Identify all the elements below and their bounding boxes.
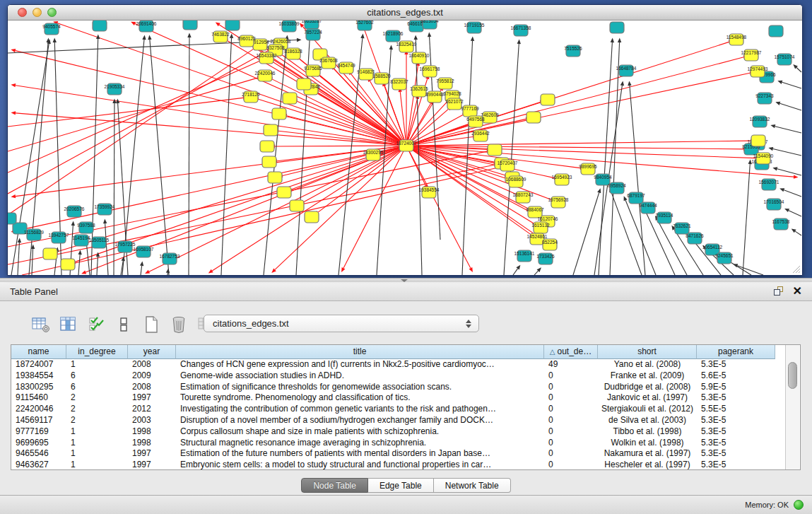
table-settings-icon[interactable] [31,315,51,334]
network-node[interactable]: 2718120 [242,91,260,103]
network-node[interactable] [283,93,297,104]
network-node[interactable]: 9777169 [461,105,479,117]
network-node[interactable]: 6879197 [627,192,645,204]
network-node[interactable]: 20206576 [64,206,85,217]
column-header-out_de[interactable]: △out_de… [544,345,598,359]
network-node[interactable]: 15136141 [514,250,535,262]
network-node[interactable] [61,259,75,270]
network-node[interactable]: 8322037 [390,78,408,90]
network-node[interactable]: 8186328 [284,48,302,59]
network-node[interactable] [305,211,319,223]
network-node[interactable]: 1527602 [355,21,374,30]
network-node[interactable]: 16958107 [134,246,154,257]
network-node[interactable]: 19756928 [548,197,569,208]
network-node[interactable] [751,135,765,146]
network-node[interactable] [488,144,502,156]
network-node[interactable]: 9899695 [579,163,597,175]
column-header-short[interactable]: short [598,345,697,359]
network-node[interactable]: 1733426 [536,253,555,264]
network-node[interactable]: 1167538 [772,218,790,230]
network-node[interactable]: 18640910 [409,52,430,64]
network-node[interactable]: 18325419 [396,41,417,52]
table-row[interactable]: 911546021997Tourette syndrome. Phenomeno… [11,392,775,404]
tab-edge-table[interactable]: Edge Table [368,478,434,493]
column-header-year[interactable]: year [128,345,176,359]
network-node[interactable]: 852254 [542,239,558,250]
network-node[interactable]: 16543382 [257,52,277,64]
network-node[interactable] [268,172,282,183]
network-node[interactable]: 9397588 [77,222,95,233]
network-node[interactable]: 7515526 [564,45,582,57]
table-scrollbar[interactable] [785,345,799,469]
column-header-name[interactable]: name [11,345,66,359]
network-node[interactable]: 19218906 [383,30,404,42]
network-node[interactable]: 16782753 [160,253,180,264]
window-titlebar[interactable]: citations_edges.txt [8,5,802,21]
network-node[interactable]: 16671358 [511,25,531,36]
network-node[interactable]: 9375685 [304,65,322,76]
show-column-icon[interactable] [59,315,78,334]
network-node[interactable]: 11156829 [24,229,44,240]
network-node[interactable]: 17957225 [115,241,136,252]
close-panel-icon[interactable]: ✕ [793,286,802,296]
network-node[interactable]: 20691406 [136,21,157,32]
network-node[interactable]: 18807243 [513,192,534,203]
network-node[interactable] [272,108,286,119]
network-node[interactable] [262,156,276,168]
network-node[interactable]: 18300295 [363,149,384,160]
network-node[interactable]: 10653287 [302,21,322,29]
table-row[interactable]: 1830029562008Estimation of significance … [11,382,775,393]
network-node[interactable]: 12093832 [750,116,770,127]
network-canvas[interactable]: 9405574206914061603380910653287785722415… [8,21,802,275]
network-node[interactable]: 2367608 [319,57,338,69]
network-node[interactable]: 16961758 [420,66,440,77]
table-row[interactable]: 969969511998Structural magnetic resonanc… [11,438,775,449]
network-node[interactable]: 16648784 [616,65,637,76]
column-header-in_degree[interactable]: in_degree [66,345,128,359]
network-node[interactable]: 2936442 [471,130,490,141]
network-node[interactable]: 7463822 [211,31,230,42]
tab-network-table[interactable]: Network Table [434,478,511,493]
network-node[interactable]: 1145194 [73,235,90,246]
network-node[interactable]: 7632621 [673,223,691,234]
maximize-window-button[interactable] [47,8,57,17]
network-node[interactable]: 8454749 [337,62,355,74]
network-node[interactable] [93,21,107,31]
table-row[interactable]: 977716911998Corpus callosum shape and si… [11,426,775,438]
network-node[interactable] [264,124,278,136]
network-node[interactable]: 17016504 [764,199,784,210]
resize-grip-icon[interactable] [791,264,801,274]
select-columns-icon[interactable] [86,315,106,334]
network-node[interactable]: 17359924 [95,204,115,215]
network-table-select[interactable]: citations_edges.txt [204,315,479,332]
network-node[interactable] [610,22,624,33]
network-node[interactable]: 8471626 [686,233,704,244]
network-node[interactable]: 9227343 [755,93,774,104]
table-row[interactable]: 2242004622012Investigating the contribut… [11,404,775,415]
network-node[interactable] [8,213,16,224]
network-node[interactable]: 10719155 [464,22,485,33]
network-node[interactable]: 1615132 [531,222,550,233]
network-node[interactable]: 9474444 [639,202,657,214]
network-node[interactable]: 13942757 [49,232,69,243]
delete-trash-icon[interactable] [169,315,189,334]
network-window[interactable]: citations_edges.txt 94055742069140616033… [7,4,803,276]
network-node[interactable] [260,141,274,152]
tab-node-table[interactable]: Node Table [301,478,368,493]
network-node[interactable]: 8990448 [425,91,444,103]
network-node[interactable]: 19384554 [419,187,440,198]
table-row[interactable]: 946554611997Estimation of the future num… [11,448,775,460]
column-header-pagerank[interactable]: pagerank [697,345,775,359]
network-node[interactable] [290,200,304,211]
network-node[interactable] [277,187,291,198]
network-node[interactable] [225,21,240,30]
network-node[interactable] [183,21,197,30]
network-node[interactable]: 2935114 [656,212,673,223]
network-node[interactable]: 9405574 [42,23,61,35]
column-header-title[interactable]: title [176,345,544,359]
close-window-button[interactable] [18,8,27,17]
network-node[interactable] [526,112,541,123]
network-node[interactable]: 6497568 [466,116,485,127]
network-node[interactable]: 11544090 [753,153,774,164]
network-node[interactable]: 16954923 [552,174,572,185]
